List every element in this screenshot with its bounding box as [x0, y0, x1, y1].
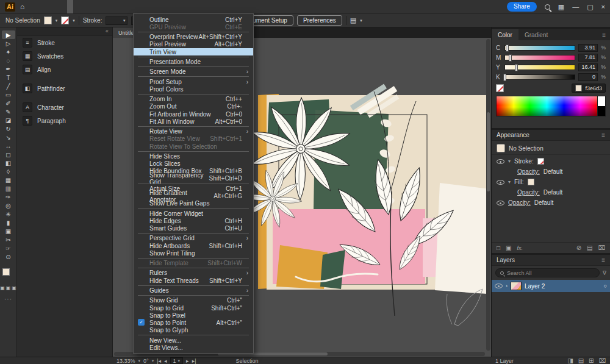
- menu-item-lock-slices[interactable]: Lock Slices: [134, 160, 253, 168]
- layer-name[interactable]: Layer 2: [525, 283, 545, 290]
- artboard-tool[interactable]: ▣: [2, 227, 15, 235]
- menu-item-snap-to-grid[interactable]: Snap to Grid Shift+Ctrl+": [134, 304, 253, 312]
- menu-item-snap-to-point[interactable]: Snap to Point Alt+Ctrl+": [134, 319, 253, 326]
- menu-item-hide-artboards[interactable]: Hide Artboards Shift+Ctrl+H: [134, 242, 253, 249]
- layers-search-box[interactable]: [495, 268, 600, 277]
- none-color-swatch[interactable]: [496, 84, 504, 92]
- magic-wand-tool[interactable]: ✦: [2, 48, 15, 56]
- slider-track[interactable]: [504, 45, 575, 51]
- menu-select[interactable]: [55, 0, 61, 13]
- direct-selection-tool[interactable]: ▷: [2, 39, 15, 48]
- slice-tool[interactable]: ✂: [2, 235, 15, 244]
- view-menu-item[interactable]: [138, 94, 249, 95]
- layers-search-input[interactable]: [507, 270, 595, 276]
- draw-behind-icon[interactable]: ▣: [6, 285, 11, 291]
- appearance-header[interactable]: Appearance ≡: [492, 130, 610, 141]
- menu-item-hide-template[interactable]: Hide Template Shift+Ctrl+W: [134, 260, 253, 267]
- new-art-basic-appearance-icon[interactable]: □: [497, 244, 500, 251]
- spectrum-gradient[interactable]: [497, 96, 597, 116]
- opacity-link[interactable]: Opacity:: [508, 199, 531, 206]
- slider-thumb[interactable]: [515, 64, 518, 71]
- tab-gradient[interactable]: Gradient: [518, 29, 554, 40]
- slider-track[interactable]: [504, 55, 575, 60]
- panel-button-paragraph[interactable]: ¶ Paragraph: [17, 114, 112, 127]
- menu-item-fit-all[interactable]: Fit All in Window Alt+Ctrl+0: [134, 118, 253, 125]
- draw-normal-icon[interactable]: ▣: [0, 285, 5, 291]
- lasso-tool[interactable]: ◌: [2, 56, 15, 65]
- stroke-attribute-row[interactable]: ▾ Stroke:: [492, 156, 610, 166]
- view-menu-item[interactable]: [138, 268, 249, 268]
- menu-item-overprint-preview[interactable]: Overprint Preview Alt+Shift+Ctrl+Y: [134, 34, 253, 41]
- menu-item-hide-slices[interactable]: Hide Slices: [134, 152, 253, 160]
- view-menu-item[interactable]: [138, 233, 249, 234]
- slider-track[interactable]: [504, 74, 575, 80]
- view-menu-item[interactable]: [138, 208, 249, 209]
- menu-item-edit-views[interactable]: Edit Views...: [134, 344, 253, 351]
- panel-menu-icon[interactable]: ≡: [601, 132, 605, 138]
- rotate-tool[interactable]: ↻: [2, 124, 15, 133]
- zoom-caret-icon[interactable]: ▾: [138, 359, 141, 363]
- menu-item-outline[interactable]: Outline Ctrl+Y: [134, 16, 253, 23]
- menu-item-zoom-out[interactable]: Zoom Out Ctrl+-: [134, 103, 253, 110]
- layer-thumbnail[interactable]: [511, 282, 522, 290]
- shape-builder-tool[interactable]: ◧: [2, 159, 15, 167]
- view-menu-item[interactable]: [138, 126, 249, 127]
- menu-file[interactable]: [30, 0, 37, 13]
- mesh-tool[interactable]: ▦: [2, 176, 15, 184]
- type-tool[interactable]: T: [2, 73, 15, 82]
- menu-item-show-transparency-grid[interactable]: Show Transparency Grid Shift+Ctrl+D: [134, 175, 253, 182]
- menu-item-hide-gradient-annotator[interactable]: Hide Gradient Annotator Alt+Ctrl+G: [134, 192, 253, 199]
- expand-caret-icon[interactable]: ▾: [508, 179, 511, 185]
- menu-item-screen-mode[interactable]: Screen Mode: [134, 68, 253, 76]
- expand-caret-icon[interactable]: ▾: [508, 159, 511, 164]
- layer-target-circle[interactable]: ○: [604, 283, 607, 289]
- stroke-swatch[interactable]: [537, 158, 544, 165]
- visibility-eye-icon[interactable]: [497, 180, 504, 185]
- menu-type[interactable]: [49, 0, 55, 13]
- shaper-tool[interactable]: ✎: [2, 107, 15, 116]
- last-artboard-button[interactable]: ▸|: [192, 358, 196, 364]
- preferences-button[interactable]: Preferences: [297, 15, 342, 26]
- fill-caret-icon[interactable]: ▾: [56, 18, 58, 23]
- view-menu-item[interactable]: [138, 151, 249, 152]
- panel-button-align[interactable]: ▤ Align: [17, 63, 112, 76]
- layers-header[interactable]: Layers ≡: [492, 255, 610, 266]
- hex-chip[interactable]: f3e6d3: [572, 84, 606, 93]
- menu-item-show-grid[interactable]: Show Grid Ctrl+": [134, 297, 253, 304]
- menu-item-hide-text-threads[interactable]: Hide Text Threads Shift+Ctrl+Y: [134, 277, 253, 284]
- paintbrush-tool[interactable]: ✐: [2, 99, 15, 107]
- panel-menu-icon[interactable]: ≡: [601, 257, 605, 263]
- menu-item-presentation-mode[interactable]: Presentation Mode: [134, 58, 253, 65]
- stroke-caret-icon[interactable]: ▾: [73, 18, 75, 23]
- menu-item-hide-edges[interactable]: Hide Edges Ctrl+H: [134, 217, 253, 224]
- menu-item-pixel-preview[interactable]: Pixel Preview Alt+Ctrl+Y: [134, 41, 253, 48]
- edit-toolbar-more-button[interactable]: ···: [4, 296, 12, 302]
- vertical-scrollbar[interactable]: [486, 39, 490, 351]
- layer-visibility-toggle[interactable]: [495, 284, 503, 288]
- view-menu-item[interactable]: [138, 76, 249, 77]
- vertical-scroll-thumb[interactable]: [487, 112, 490, 191]
- menu-item-smart-guides[interactable]: Smart Guides Ctrl+U: [134, 224, 253, 232]
- symbol-sprayer-tool[interactable]: ✳: [2, 210, 15, 218]
- selection-tool[interactable]: ▶: [2, 30, 15, 39]
- rotation-value[interactable]: 0°: [143, 358, 149, 364]
- spectrum-bw[interactable]: [597, 96, 605, 116]
- black-swatch[interactable]: [598, 106, 605, 116]
- menu-item-proof-setup[interactable]: Proof Setup: [134, 78, 253, 85]
- delete-layer-icon[interactable]: ⌧: [598, 357, 606, 364]
- panel-button-pathfinder[interactable]: ◧ Pathfinder: [17, 82, 112, 95]
- new-sublayer-icon[interactable]: ▤: [578, 357, 584, 364]
- new-art-icon[interactable]: ▣: [506, 244, 511, 251]
- fill-proxy-swatch[interactable]: [2, 268, 10, 276]
- object-opacity-row[interactable]: Opacity: Default: [492, 198, 610, 208]
- layer-row-layer-2[interactable]: › Layer 2 ○: [492, 280, 610, 292]
- tab-color[interactable]: Color: [492, 29, 518, 40]
- visibility-eye-icon[interactable]: [497, 201, 504, 205]
- align-caret-icon[interactable]: ▾: [360, 18, 362, 23]
- menu-item-fit-artboard[interactable]: Fit Artboard in Window Ctrl+0: [134, 110, 253, 118]
- menu-window[interactable]: [73, 0, 79, 13]
- make-clipping-mask-icon[interactable]: ◨: [567, 357, 573, 364]
- prev-artboard-button[interactable]: ◂: [164, 358, 167, 364]
- view-menu-item[interactable]: [138, 295, 249, 296]
- column-graph-tool[interactable]: ▮: [2, 218, 15, 227]
